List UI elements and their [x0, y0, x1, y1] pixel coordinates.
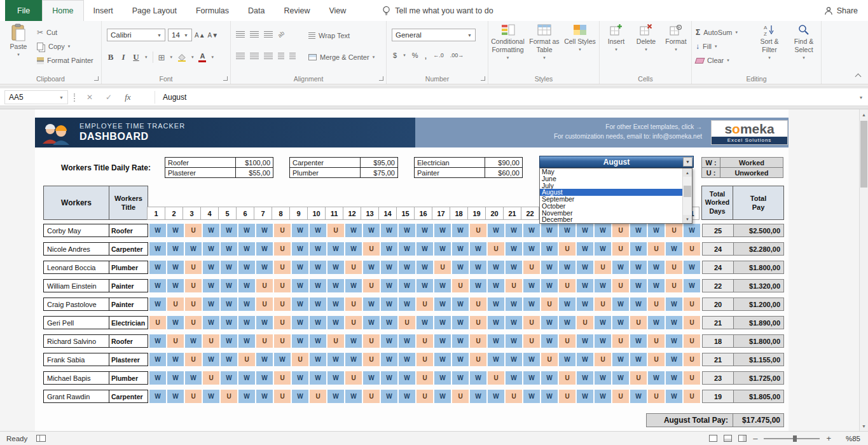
day-cell[interactable]: W: [541, 371, 558, 385]
day-cell[interactable]: W: [292, 261, 308, 274]
day-cell[interactable]: W: [506, 261, 522, 274]
day-cell[interactable]: U: [470, 353, 486, 366]
day-cell[interactable]: W: [452, 353, 469, 366]
font-size-select[interactable]: 14▼: [168, 29, 192, 41]
day-cell[interactable]: W: [256, 390, 273, 403]
day-cell[interactable]: U: [274, 390, 291, 403]
accounting-format-button[interactable]: $: [393, 51, 397, 59]
day-cell[interactable]: W: [452, 224, 469, 237]
day-cell[interactable]: W: [488, 224, 504, 237]
day-cell[interactable]: W: [203, 353, 219, 366]
day-cell[interactable]: U: [185, 316, 202, 329]
day-cell[interactable]: W: [381, 279, 397, 292]
day-cell[interactable]: U: [684, 353, 700, 366]
font-dialog-launcher[interactable]: [223, 76, 228, 81]
day-cell[interactable]: W: [149, 390, 166, 403]
day-cell[interactable]: U: [363, 279, 380, 292]
day-cell[interactable]: W: [417, 224, 433, 237]
promo-line-1[interactable]: For other Excel templates, click →: [554, 123, 702, 132]
day-cell[interactable]: W: [399, 224, 415, 237]
day-cell[interactable]: W: [399, 353, 415, 366]
day-cell[interactable]: U: [292, 353, 308, 366]
vertical-scrollbar[interactable]: ▲ ▼: [859, 109, 868, 431]
day-cell[interactable]: W: [310, 242, 326, 256]
day-cell[interactable]: W: [327, 279, 344, 292]
number-format-select[interactable]: General▼: [392, 29, 476, 41]
percent-style-button[interactable]: %: [412, 51, 418, 59]
day-cell[interactable]: W: [666, 371, 682, 385]
day-header-cell[interactable]: 9: [289, 207, 308, 220]
day-cell[interactable]: U: [327, 334, 344, 348]
scrollbar-up-icon[interactable]: ▲: [860, 109, 868, 120]
day-cell[interactable]: W: [310, 371, 326, 385]
month-option[interactable]: May: [540, 168, 682, 175]
day-cell[interactable]: W: [292, 298, 308, 311]
tab-home[interactable]: Home: [42, 0, 83, 21]
day-cell[interactable]: W: [506, 224, 522, 237]
day-cell[interactable]: U: [666, 279, 682, 292]
day-cell[interactable]: W: [506, 298, 522, 311]
day-cell[interactable]: W: [666, 316, 682, 329]
day-cell[interactable]: W: [577, 279, 593, 292]
day-cell[interactable]: U: [345, 316, 362, 329]
day-cell[interactable]: W: [417, 261, 433, 274]
fill-button[interactable]: ↓Fill▾: [696, 39, 738, 53]
day-cell[interactable]: W: [541, 261, 558, 274]
italic-button[interactable]: I: [120, 52, 127, 62]
align-right-button[interactable]: [264, 53, 273, 59]
day-cell[interactable]: U: [256, 298, 273, 311]
day-cell[interactable]: W: [648, 371, 665, 385]
rate-value-cell[interactable]: $100,00: [235, 157, 273, 168]
month-option[interactable]: December: [540, 216, 682, 223]
day-cell[interactable]: W: [630, 353, 647, 366]
day-cell[interactable]: U: [452, 279, 469, 292]
day-cell[interactable]: W: [630, 261, 647, 274]
day-cell[interactable]: W: [256, 353, 273, 366]
day-cell[interactable]: U: [345, 261, 362, 274]
day-cell[interactable]: W: [221, 242, 237, 256]
day-cell[interactable]: U: [417, 371, 433, 385]
day-cell[interactable]: U: [274, 224, 291, 237]
day-header-cell[interactable]: 6: [236, 207, 254, 220]
day-cell[interactable]: W: [381, 261, 397, 274]
day-cell[interactable]: W: [612, 298, 629, 311]
normal-view-button[interactable]: [709, 435, 717, 442]
day-cell[interactable]: U: [274, 279, 291, 292]
worker-title-cell[interactable]: Electrician: [109, 316, 148, 329]
day-cell[interactable]: U: [648, 242, 665, 256]
day-cell[interactable]: W: [523, 224, 540, 237]
day-cell[interactable]: W: [292, 334, 308, 348]
decrease-decimal-button[interactable]: .00→: [450, 52, 464, 58]
day-cell[interactable]: W: [470, 390, 486, 403]
format-painter-button[interactable]: Format Painter: [37, 53, 93, 67]
paste-button[interactable]: Paste ▾: [4, 24, 33, 58]
font-family-select[interactable]: Calibri▼: [107, 29, 165, 41]
day-header-cell[interactable]: 10: [307, 207, 326, 220]
day-cell[interactable]: U: [488, 242, 504, 256]
day-cell[interactable]: W: [506, 353, 522, 366]
day-cell[interactable]: W: [523, 353, 540, 366]
day-cell[interactable]: U: [523, 261, 540, 274]
day-cell[interactable]: W: [381, 316, 397, 329]
day-cell[interactable]: W: [577, 334, 593, 348]
day-cell[interactable]: U: [470, 316, 486, 329]
expand-formula-bar-icon[interactable]: ▾: [860, 95, 862, 100]
worker-title-cell[interactable]: Carpenter: [109, 242, 148, 256]
worker-name-cell[interactable]: Geri Pell: [43, 316, 109, 329]
day-cell[interactable]: U: [256, 279, 273, 292]
tab-file[interactable]: File: [5, 0, 42, 21]
day-cell[interactable]: U: [523, 316, 540, 329]
borders-button[interactable]: ⊞: [158, 53, 165, 62]
day-cell[interactable]: U: [684, 298, 700, 311]
day-cell[interactable]: W: [238, 298, 255, 311]
worker-title-cell[interactable]: Painter: [109, 279, 148, 292]
day-cell[interactable]: U: [541, 298, 558, 311]
increase-indent-button[interactable]: [289, 53, 296, 59]
day-cell[interactable]: W: [327, 316, 344, 329]
day-cell[interactable]: W: [666, 298, 682, 311]
day-header-cell[interactable]: 2: [165, 207, 183, 220]
day-cell[interactable]: W: [345, 224, 362, 237]
increase-decimal-button[interactable]: ←.0: [433, 52, 444, 58]
day-cell[interactable]: W: [149, 279, 166, 292]
day-cell[interactable]: U: [559, 334, 575, 348]
